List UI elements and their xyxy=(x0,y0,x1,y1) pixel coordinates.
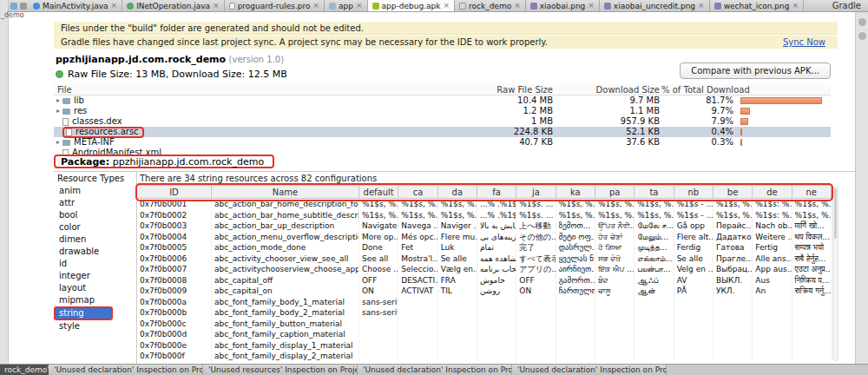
string-row-0x7f0b000b[interactable]: 0x7f0b000babc_font_family_body_2_materia… xyxy=(137,307,832,319)
resource-type-anim[interactable]: anim xyxy=(54,185,136,197)
string-row-0x7f0b000f[interactable]: 0x7f0b000fabc_font_family_display_2_mate… xyxy=(137,351,832,362)
tool-window-tab-rock-demo[interactable]: rock_demo' xyxy=(0,365,49,375)
resource-type-integer[interactable]: integer xyxy=(54,270,136,282)
column-header-nb[interactable]: nb xyxy=(674,186,713,198)
column-header-file[interactable]: File xyxy=(54,84,475,95)
column-header-fa[interactable]: fa xyxy=(477,186,516,198)
tab-label: app-debug.apk xyxy=(382,2,441,10)
editor-tab-xiaobai-uncredit-png[interactable]: xiaobai_uncredit.png× xyxy=(600,0,710,11)
string-row-0x7f0b0007[interactable]: 0x7f0b0007abc_activitychooserview_choose… xyxy=(137,264,832,275)
apk-version: (version 1.0) xyxy=(229,55,285,64)
file-row-resources.arsc[interactable]: resources.arsc224.8 KB52.1 KB0.4% xyxy=(54,127,831,137)
tool-window-button-demo[interactable]: _demo xyxy=(1,11,24,19)
string-row-0x7f0b0008[interactable]: 0x7f0b0008abc_capital_offOFFDESACTI...FR… xyxy=(137,275,832,286)
tool-window-icon-1[interactable] xyxy=(858,18,866,26)
column-header-percent[interactable]: % of Total Download xyxy=(660,84,831,95)
tool-window-icon-2[interactable] xyxy=(858,32,866,40)
string-cell: %1$s, %... xyxy=(359,199,398,210)
column-header-ta[interactable]: ta xyxy=(635,186,674,198)
resource-type-mipmap[interactable]: mipmap xyxy=(54,294,136,306)
file-row-meta-inf[interactable]: ▸META-INF40.7 KB37.6 KB0.3% xyxy=(54,137,831,148)
column-header-de[interactable]: de xyxy=(753,186,792,198)
editor-tab-inetoperation-java[interactable]: INetOperation.java× xyxy=(122,0,225,11)
inspection-tab-0[interactable]: 'Unused declaration' Inspection on Proje… xyxy=(49,365,203,375)
resource-type-bool[interactable]: bool xyxy=(54,209,136,221)
string-row-0x7f0b0003[interactable]: 0x7f0b0003abc_action_bar_up_descriptionN… xyxy=(137,220,832,232)
close-icon[interactable]: × xyxy=(313,2,320,10)
close-icon[interactable]: × xyxy=(213,2,220,10)
inspection-tab-3[interactable]: 'Unused declaration' Inspection on Proje… xyxy=(512,365,667,375)
expand-arrow-icon[interactable]: ▸ xyxy=(54,137,62,148)
string-cell: %1$s, %... xyxy=(438,210,477,221)
editor-tab-wechat-icon-png[interactable]: wechat_icon.png× xyxy=(710,0,804,11)
vertical-scrollbar[interactable] xyxy=(832,187,838,361)
compare-apk-button[interactable]: Compare with previous APK... xyxy=(680,62,831,79)
string-row-0x7f0b000e[interactable]: 0x7f0b000eabc_font_family_display_1_mate… xyxy=(137,340,832,352)
close-icon[interactable]: × xyxy=(698,2,705,10)
editor-tab-proguard-rules-pro[interactable]: proguard-rules.pro× xyxy=(225,0,325,11)
column-header-name[interactable]: Name xyxy=(212,186,359,198)
inspection-tab-2[interactable]: 'Unused declaration' Inspection on Proje… xyxy=(358,365,512,375)
bookmark-icon[interactable] xyxy=(20,3,27,10)
column-header-ca[interactable]: ca xyxy=(398,186,437,198)
column-header-download-size[interactable]: Download Size xyxy=(553,84,660,95)
column-header-default[interactable]: default xyxy=(359,186,398,198)
string-row-0x7f0b0004[interactable]: 0x7f0b0004abc_action_menu_overflow_descr… xyxy=(137,232,832,243)
editor-tab-rock-demo[interactable]: rock_demo× xyxy=(455,0,526,11)
string-cell xyxy=(595,307,635,319)
string-row-0x7f0b0002[interactable]: 0x7f0b0002abc_action_bar_home_subtitle_d… xyxy=(137,210,832,221)
string-row-0x7f0b000d[interactable]: 0x7f0b000dabc_font_family_caption_materi… xyxy=(137,329,832,340)
inspection-tab-1[interactable]: 'Unused resources' Inspection on Project… xyxy=(203,365,358,375)
file-row-classes.dex[interactable]: classes.dex1 MB957.9 KB7.9% xyxy=(54,116,831,127)
string-resources-panel: There are 34 string resources across 82 … xyxy=(137,172,855,364)
resource-type-layout[interactable]: layout xyxy=(54,282,136,294)
close-icon[interactable]: × xyxy=(792,2,799,10)
column-header-ne[interactable]: ne xyxy=(792,186,832,198)
resource-type-color[interactable]: color xyxy=(54,221,136,234)
close-icon[interactable]: × xyxy=(443,2,450,10)
expand-arrow-icon[interactable]: ▸ xyxy=(54,106,62,116)
string-cell xyxy=(556,307,595,319)
string-row-0x7f0b000a[interactable]: 0x7f0b000aabc_font_family_body_1_materia… xyxy=(137,297,832,308)
resource-type-attr[interactable]: attr xyxy=(54,197,136,209)
string-cell: ON xyxy=(359,286,398,297)
raw-size-value: 10.4 MB xyxy=(475,95,553,106)
structure-icon[interactable] xyxy=(10,3,17,10)
string-row-0x7f0b0001[interactable]: 0x7f0b0001abc_action_bar_home_descriptio… xyxy=(137,199,832,210)
editor-tab-app-debug-apk[interactable]: app-debug.apk× xyxy=(368,0,455,11)
string-row-0x7f0b0009[interactable]: 0x7f0b0009abc_capital_onONACTIVATTILروشن… xyxy=(137,286,832,297)
string-cell: AV xyxy=(674,275,713,286)
resource-type-string[interactable]: string xyxy=(54,306,113,320)
string-row-0x7f0b0005[interactable]: 0x7f0b0005abc_action_mode_doneDoneFetLuk… xyxy=(137,242,832,253)
editor-tab-app[interactable]: app× xyxy=(325,0,368,11)
file-row-lib[interactable]: ▸lib10.4 MB9.7 MB81.7% xyxy=(54,95,831,106)
editor-tab-xiaobai-png[interactable]: xiaobai.png× xyxy=(526,0,600,11)
file-row-androidmanifest.xml[interactable]: AndroidManifest.xml xyxy=(54,148,831,155)
close-icon[interactable]: × xyxy=(588,2,595,10)
close-icon[interactable]: × xyxy=(356,2,363,10)
column-header-da[interactable]: da xyxy=(438,186,477,198)
column-header-pa[interactable]: pa xyxy=(595,186,635,198)
file-row-res[interactable]: ▸res1.2 MB1.1 MB9.7% xyxy=(54,106,831,116)
close-icon[interactable]: × xyxy=(111,2,118,10)
string-cell xyxy=(595,319,635,330)
resource-type-style[interactable]: style xyxy=(54,320,136,332)
sync-now-link[interactable]: Sync Now xyxy=(783,36,825,49)
column-header-raw-size[interactable]: Raw File Size xyxy=(475,84,553,95)
column-header-ja[interactable]: ja xyxy=(516,186,556,198)
string-row-0x7f0b0006[interactable]: 0x7f0b0006abc_activity_chooser_view_see_… xyxy=(137,253,832,265)
editor-tab-mainactivity-java[interactable]: MainActivity.java× xyxy=(29,0,122,11)
gradle-tool-button[interactable]: Gradle xyxy=(825,1,868,10)
close-icon[interactable]: × xyxy=(514,2,521,10)
column-header-ka[interactable]: ka xyxy=(556,186,595,198)
scrollbar-thumb[interactable] xyxy=(834,188,837,239)
resource-type-dimen[interactable]: dimen xyxy=(54,234,136,246)
column-header-be[interactable]: be xyxy=(713,186,753,198)
resource-type-drawable[interactable]: drawable xyxy=(54,246,136,258)
annotation-file-box: resources.arsc xyxy=(62,127,144,138)
resource-type-id[interactable]: id xyxy=(54,258,136,270)
string-row-0x7f0b000c[interactable]: 0x7f0b000cabc_font_family_button_materia… xyxy=(137,319,832,330)
string-cell xyxy=(438,319,477,330)
column-header-id[interactable]: ID xyxy=(137,186,212,198)
expand-arrow-icon[interactable]: ▸ xyxy=(54,95,62,106)
